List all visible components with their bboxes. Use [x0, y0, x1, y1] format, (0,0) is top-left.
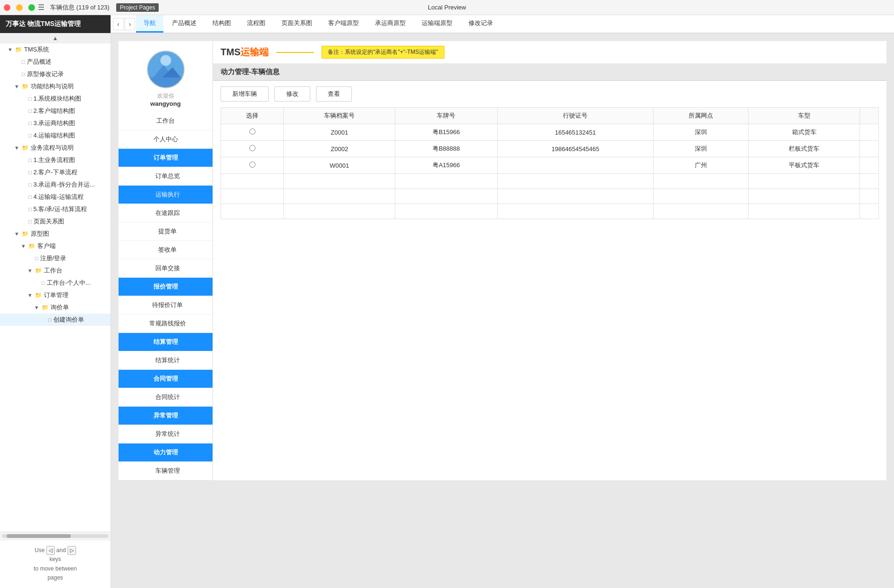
nav-power-mgmt-header[interactable]: 动力管理	[119, 443, 213, 462]
close-button[interactable]	[4, 4, 10, 11]
sidebar-item-transport-flow[interactable]: □ 4.运输端-运输流程	[0, 191, 111, 203]
table-row: W0001 粤A15966 广州 平板式货车	[221, 157, 879, 174]
menu-icon[interactable]: ☰	[38, 3, 44, 12]
sidebar-item-inquiry[interactable]: ▼ 📁 询价单	[0, 301, 111, 314]
maximize-button[interactable]	[28, 4, 35, 11]
sidebar-item-page-relation[interactable]: □ 页面关系图	[0, 215, 111, 228]
nav-contract-mgmt-header[interactable]: 合同管理	[119, 370, 213, 388]
sidebar-item-transport-structure[interactable]: □ 4.运输端结构图	[0, 129, 111, 142]
sidebar-item-func-structure[interactable]: ▼ 📁 功能结构与说明	[0, 80, 111, 93]
sidebar-item-client-structure[interactable]: □ 2.客户端结构图	[0, 105, 111, 117]
tab-nav[interactable]: 导航	[136, 15, 163, 33]
tree-toggle: ▼	[14, 231, 20, 237]
nav-return-doc[interactable]: 回单交接	[119, 259, 213, 278]
sidebar-item-create-inquiry[interactable]: □ 创建询价单	[0, 314, 111, 326]
tab-transport-prototype[interactable]: 运输端原型	[414, 15, 460, 33]
sidebar-item-prototype-log[interactable]: □ 原型修改记录	[0, 68, 111, 80]
sidebar-item-label: 原型图	[31, 230, 49, 238]
radio-1[interactable]	[249, 128, 255, 135]
select-cell-2[interactable]	[221, 141, 284, 157]
nav-order-mgmt-header[interactable]: 订单管理	[119, 149, 213, 167]
sidebar-scrollbar-area	[0, 532, 111, 540]
nav-vehicle-mgmt[interactable]: 车辆管理	[119, 462, 213, 480]
tab-page-relation[interactable]: 页面关系图	[274, 15, 320, 33]
add-vehicle-button[interactable]: 新增车辆	[221, 86, 269, 102]
tab-structure[interactable]: 结构图	[205, 15, 238, 33]
tab-flowchart[interactable]: 流程图	[239, 15, 273, 33]
folder-icon: 📁	[35, 267, 42, 274]
sidebar-item-carrier-split[interactable]: □ 3.承运商-拆分合并运...	[0, 179, 111, 191]
sidebar-item-client-order[interactable]: □ 2.客户-下单流程	[0, 166, 111, 179]
sidebar-item-label: 产品概述	[27, 58, 51, 66]
folder-icon: 📁	[22, 83, 29, 90]
nav-in-transit[interactable]: 在途跟踪	[119, 204, 213, 222]
sidebar-item-settlement-flow[interactable]: □ 5.客/承/运-结算流程	[0, 203, 111, 215]
sidebar-item-prototype[interactable]: ▼ 📁 原型图	[0, 228, 111, 240]
view-button[interactable]: 查看	[316, 86, 352, 102]
nav-pickup[interactable]: 提货单	[119, 222, 213, 241]
page-info-label: 车辆信息 (119 of 123)	[50, 3, 110, 12]
tree-toggle: ▼	[21, 243, 26, 249]
sidebar-item-sys-module[interactable]: □ 1.系统模块结构图	[0, 93, 111, 105]
nav-pending-quote[interactable]: 待报价订单	[119, 296, 213, 315]
table-row-empty	[221, 174, 879, 189]
nav-workbench[interactable]: 工作台	[119, 112, 213, 130]
window-controls: ☰ 车辆信息 (119 of 123) Project Pages	[4, 3, 159, 12]
radio-2[interactable]	[249, 145, 255, 151]
edit-button[interactable]: 修改	[274, 86, 310, 102]
sidebar-item-login[interactable]: □ 注册/登录	[0, 252, 111, 264]
tab-prev-button[interactable]: ‹	[113, 18, 124, 30]
nav-contract-stats[interactable]: 合同统计	[119, 388, 213, 407]
nav-personal-center[interactable]: 个人中心	[119, 130, 213, 149]
sidebar-item-label: 1.系统模块结构图	[34, 94, 82, 103]
radio-3[interactable]	[249, 162, 255, 168]
sidebar-item-workbench-personal[interactable]: □ 工作台-个人中...	[0, 277, 111, 289]
sidebar-item-client[interactable]: ▼ 📁 客户端	[0, 240, 111, 252]
sidebar-item-biz-flow[interactable]: ▼ 📁 业务流程与说明	[0, 142, 111, 154]
sidebar-item-main-flow[interactable]: □ 1.主业务流程图	[0, 154, 111, 166]
page-icon: □	[22, 59, 25, 65]
nav-settlement-stats[interactable]: 结算统计	[119, 351, 213, 370]
sidebar-item-workbench[interactable]: ▼ 📁 工作台	[0, 264, 111, 277]
main-content: ‹ › 导航 产品概述 结构图 流程图 页面关系图 客户端原型 承运商原型	[111, 15, 894, 588]
page-icon: □	[48, 317, 51, 323]
branch-cell-3: 广州	[653, 157, 748, 174]
license-no-cell-1: 165465132451	[497, 124, 653, 141]
minimize-button[interactable]	[16, 4, 23, 11]
tms-header: TMS运输端 备注：系统设定的"承运商名"+"-TMS运输端"	[213, 41, 886, 64]
extra-cell-2	[860, 141, 879, 157]
select-cell-3[interactable]	[221, 157, 284, 174]
sidebar-item-product-overview[interactable]: □ 产品概述	[0, 56, 111, 68]
sidebar-item-tms[interactable]: ▼ 📁 TMS系统	[0, 43, 111, 56]
nav-exception-mgmt-header[interactable]: 异常管理	[119, 407, 213, 425]
page-icon: □	[28, 170, 32, 175]
nav-quote-mgmt-header[interactable]: 报价管理	[119, 278, 213, 296]
nav-exception-stats[interactable]: 异常统计	[119, 425, 213, 443]
sidebar-scroll-up[interactable]: ▲	[0, 33, 111, 43]
sidebar-item-carrier-structure[interactable]: □ 3.承运商结构图	[0, 117, 111, 129]
tab-change-log[interactable]: 修改记录	[461, 15, 501, 33]
folder-icon: 📁	[22, 230, 29, 237]
col-branch: 所属网点	[653, 108, 748, 124]
sidebar-horizontal-scrollbar[interactable]	[2, 534, 109, 538]
page-icon: □	[28, 157, 32, 163]
tab-client-prototype[interactable]: 客户端原型	[321, 15, 366, 33]
nav-standard-quote[interactable]: 常规路线报价	[119, 315, 213, 333]
sidebar-item-order-mgmt[interactable]: ▼ 📁 订单管理	[0, 289, 111, 301]
type-cell-2: 栏板式货车	[749, 141, 860, 157]
project-pages-button[interactable]: Project Pages	[116, 3, 159, 12]
select-cell-1[interactable]	[221, 124, 284, 141]
tab-carrier-prototype[interactable]: 承运商原型	[367, 15, 413, 33]
nav-order-overview[interactable]: 订单总览	[119, 167, 213, 186]
plate-cell-1: 粤B15966	[395, 124, 497, 141]
nav-settlement-mgmt-header[interactable]: 结算管理	[119, 333, 213, 351]
sidebar-item-label: 3.承运商结构图	[34, 119, 76, 128]
branch-cell-2: 深圳	[653, 141, 748, 157]
tab-product-overview[interactable]: 产品概述	[164, 15, 204, 33]
nav-receipt[interactable]: 签收单	[119, 241, 213, 259]
page-icon: □	[28, 96, 32, 102]
page-frame: 欢迎你 wangyong 工作台 个人中心 订单管理 订单总览 运输执行 在途跟…	[119, 41, 886, 480]
tab-next-button[interactable]: ›	[125, 18, 136, 30]
archive-no-cell-1: Z0001	[284, 124, 395, 141]
nav-transport-exec[interactable]: 运输执行	[119, 186, 213, 204]
